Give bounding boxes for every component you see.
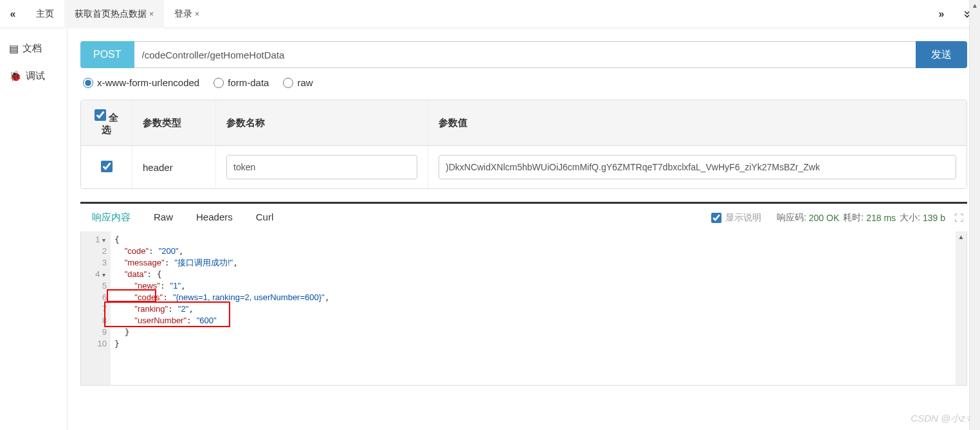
radio-input[interactable] [283, 78, 293, 88]
bug-icon: 🐞 [9, 70, 22, 82]
close-icon[interactable]: × [195, 10, 199, 19]
page-scrollbar[interactable]: ▲ [969, 0, 980, 430]
tab-home[interactable]: 主页 [26, 0, 64, 28]
table-row: header [81, 146, 966, 188]
param-name-input[interactable] [226, 155, 417, 179]
tab-label: 主页 [36, 8, 54, 20]
resp-tab-raw[interactable]: Raw [142, 204, 185, 231]
sidebar-item-label: 调试 [26, 70, 45, 82]
col-param-name: 参数名称 [216, 100, 428, 146]
row-checkbox[interactable] [101, 161, 113, 172]
content-area: POST 发送 x-www-form-urlencoded form-data … [68, 28, 980, 430]
code-scrollbar[interactable]: ▲ [956, 231, 966, 385]
request-bar: POST 发送 [80, 41, 967, 68]
time-label: 耗时: [843, 212, 864, 224]
col-param-type: 参数类型 [132, 100, 216, 146]
tabs-scroll-left[interactable]: « [0, 0, 26, 28]
show-description-toggle[interactable]: 显示说明 [711, 212, 761, 224]
line-gutter: 1 ▾ 2 3 4 ▾ 5 6 7 8 9 10 [81, 231, 111, 385]
sidebar-item-docs[interactable]: ▤ 文档 [0, 35, 67, 62]
sidebar: ▤ 文档 🐞 调试 [0, 28, 68, 430]
status-code-label: 响应码: [777, 212, 806, 224]
radio-urlencoded[interactable]: x-www-form-urlencoded [83, 77, 199, 88]
tab-get-home-hot-data[interactable]: 获取首页热点数据× [64, 0, 164, 28]
file-icon: ▤ [9, 42, 19, 55]
body-type-radios: x-www-form-urlencoded form-data raw [80, 77, 967, 88]
col-select-all[interactable]: 全选 [81, 100, 132, 146]
radio-input[interactable] [213, 78, 224, 88]
code-body[interactable]: { "code": "200", "message": "接口调用成功!", "… [111, 231, 966, 385]
tab-label: 登录 [174, 8, 192, 20]
resp-tab-content[interactable]: 响应内容 [80, 204, 142, 231]
tab-label: 获取首页热点数据 [75, 8, 147, 20]
size-value: 139 b [923, 213, 945, 223]
sidebar-item-debug[interactable]: 🐞 调试 [0, 62, 67, 90]
tab-login[interactable]: 登录× [164, 0, 210, 28]
resp-tab-curl[interactable]: Curl [244, 204, 286, 231]
param-value-input[interactable] [439, 155, 956, 179]
expand-icon[interactable]: ⛶ [954, 213, 963, 223]
sidebar-item-label: 文档 [23, 42, 42, 55]
param-type-cell: header [132, 146, 216, 188]
radio-form-data[interactable]: form-data [213, 77, 269, 88]
close-icon[interactable]: × [149, 10, 154, 19]
resp-tab-headers[interactable]: Headers [185, 204, 244, 231]
response-code-viewer: 1 ▾ 2 3 4 ▾ 5 6 7 8 9 10 { "code": "200"… [80, 231, 967, 386]
status-code-value: 200 OK [809, 213, 839, 223]
top-tab-bar: « 主页 获取首页热点数据× 登录× » [0, 0, 980, 28]
tabs-scroll-right[interactable]: » [929, 0, 954, 28]
size-label: 大小: [900, 212, 920, 224]
send-button[interactable]: 发送 [916, 41, 967, 68]
request-url-input[interactable] [134, 41, 916, 68]
col-param-value: 参数值 [428, 100, 966, 146]
response-tabs-bar: 响应内容 Raw Headers Curl 显示说明 响应码:200 OK 耗时… [80, 202, 967, 231]
params-table: 全选 参数类型 参数名称 参数值 header [80, 100, 967, 189]
radio-raw[interactable]: raw [283, 77, 313, 88]
tab-list: 主页 获取首页热点数据× 登录× [26, 0, 929, 28]
http-method-badge[interactable]: POST [80, 41, 134, 68]
radio-input[interactable] [83, 78, 93, 88]
response-meta: 显示说明 响应码:200 OK 耗时:218 ms 大小:139 b ⛶ [711, 212, 967, 224]
show-desc-checkbox[interactable] [711, 213, 721, 223]
time-value: 218 ms [866, 213, 896, 223]
select-all-checkbox[interactable] [95, 109, 106, 121]
